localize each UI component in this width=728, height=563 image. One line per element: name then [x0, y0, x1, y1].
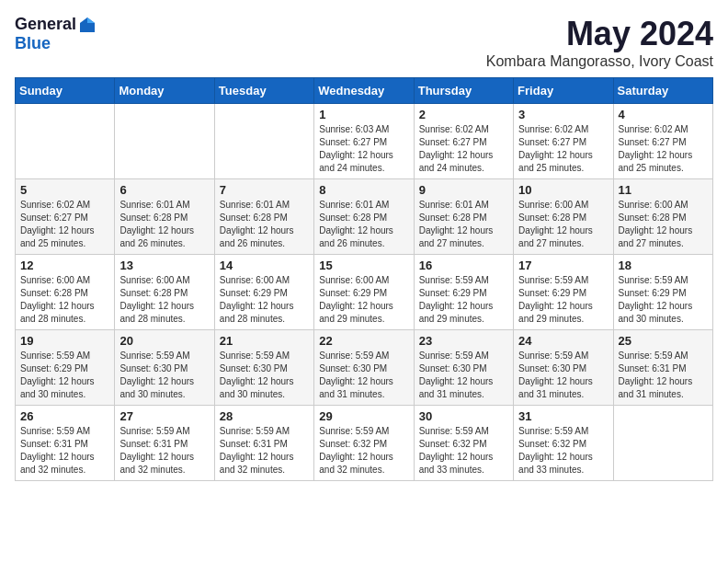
day-number: 31	[518, 409, 608, 423]
day-info: Sunrise: 6:02 AMSunset: 6:27 PMDaylight:…	[619, 123, 708, 175]
day-number: 22	[319, 334, 408, 348]
calendar-cell: 17Sunrise: 5:59 AMSunset: 6:29 PMDayligh…	[514, 255, 613, 330]
calendar-cell: 29Sunrise: 5:59 AMSunset: 6:32 PMDayligh…	[314, 406, 414, 481]
day-number: 9	[419, 183, 508, 197]
day-number: 25	[619, 334, 708, 348]
logo-icon	[78, 16, 97, 34]
day-info: Sunrise: 5:59 AMSunset: 6:31 PMDaylight:…	[220, 425, 309, 477]
month-title: May 2024	[486, 15, 713, 53]
day-number: 13	[119, 259, 209, 272]
weekday-header-row: SundayMondayTuesdayWednesdayThursdayFrid…	[16, 78, 713, 104]
calendar-cell: 1Sunrise: 6:03 AMSunset: 6:27 PMDaylight…	[314, 104, 414, 179]
calendar-cell: 3Sunrise: 6:02 AMSunset: 6:27 PMDaylight…	[514, 104, 613, 179]
day-info: Sunrise: 6:00 AMSunset: 6:28 PMDaylight:…	[119, 274, 209, 326]
weekday-header: Monday	[115, 78, 214, 104]
calendar-cell: 18Sunrise: 5:59 AMSunset: 6:29 PMDayligh…	[613, 255, 712, 330]
calendar-cell: 12Sunrise: 6:00 AMSunset: 6:28 PMDayligh…	[16, 255, 115, 330]
calendar-cell: 14Sunrise: 6:00 AMSunset: 6:29 PMDayligh…	[214, 255, 313, 330]
day-info: Sunrise: 6:00 AMSunset: 6:28 PMDaylight:…	[518, 199, 608, 250]
calendar-cell: 11Sunrise: 6:00 AMSunset: 6:28 PMDayligh…	[613, 179, 712, 255]
calendar-week-row: 12Sunrise: 6:00 AMSunset: 6:28 PMDayligh…	[16, 255, 713, 330]
day-number: 28	[220, 409, 309, 423]
calendar-cell	[613, 406, 712, 481]
calendar-cell: 22Sunrise: 5:59 AMSunset: 6:30 PMDayligh…	[314, 330, 414, 406]
day-info: Sunrise: 5:59 AMSunset: 6:30 PMDaylight:…	[319, 350, 408, 401]
calendar-cell: 30Sunrise: 5:59 AMSunset: 6:32 PMDayligh…	[414, 406, 513, 481]
day-info: Sunrise: 6:02 AMSunset: 6:27 PMDaylight:…	[20, 199, 109, 250]
day-number: 7	[220, 183, 309, 197]
day-info: Sunrise: 5:59 AMSunset: 6:32 PMDaylight:…	[319, 425, 408, 477]
location-title: Kombara Mangorasso, Ivory Coast	[486, 53, 713, 70]
weekday-header: Thursday	[414, 78, 513, 104]
weekday-header: Friday	[514, 78, 613, 104]
day-number: 18	[619, 259, 708, 272]
calendar-cell: 28Sunrise: 5:59 AMSunset: 6:31 PMDayligh…	[214, 406, 313, 481]
logo: General Blue	[15, 15, 97, 53]
logo-blue-text: Blue	[15, 34, 51, 53]
calendar-cell: 31Sunrise: 5:59 AMSunset: 6:32 PMDayligh…	[514, 406, 613, 481]
calendar-cell: 27Sunrise: 5:59 AMSunset: 6:31 PMDayligh…	[115, 406, 214, 481]
weekday-header: Wednesday	[314, 78, 414, 104]
day-number: 12	[20, 259, 109, 272]
weekday-header: Saturday	[613, 78, 712, 104]
day-info: Sunrise: 6:00 AMSunset: 6:28 PMDaylight:…	[20, 274, 109, 326]
day-number: 6	[119, 183, 209, 197]
day-number: 10	[518, 183, 608, 197]
day-info: Sunrise: 5:59 AMSunset: 6:29 PMDaylight:…	[20, 350, 109, 401]
day-number: 17	[518, 259, 608, 272]
day-info: Sunrise: 6:01 AMSunset: 6:28 PMDaylight:…	[319, 199, 408, 250]
calendar-cell: 10Sunrise: 6:00 AMSunset: 6:28 PMDayligh…	[514, 179, 613, 255]
day-info: Sunrise: 5:59 AMSunset: 6:30 PMDaylight:…	[220, 350, 309, 401]
calendar-cell: 24Sunrise: 5:59 AMSunset: 6:30 PMDayligh…	[514, 330, 613, 406]
day-number: 23	[419, 334, 508, 348]
day-number: 2	[419, 108, 508, 121]
calendar-cell: 7Sunrise: 6:01 AMSunset: 6:28 PMDaylight…	[214, 179, 313, 255]
day-number: 16	[419, 259, 508, 272]
day-number: 5	[20, 183, 109, 197]
calendar-cell: 16Sunrise: 5:59 AMSunset: 6:29 PMDayligh…	[414, 255, 513, 330]
day-info: Sunrise: 5:59 AMSunset: 6:31 PMDaylight:…	[619, 350, 708, 401]
day-info: Sunrise: 5:59 AMSunset: 6:29 PMDaylight:…	[419, 274, 508, 326]
calendar-week-row: 26Sunrise: 5:59 AMSunset: 6:31 PMDayligh…	[16, 406, 713, 481]
day-info: Sunrise: 6:00 AMSunset: 6:28 PMDaylight:…	[619, 199, 708, 250]
day-number: 15	[319, 259, 408, 272]
page-header: General Blue May 2024 Kombara Mangorasso…	[15, 15, 713, 70]
day-info: Sunrise: 6:03 AMSunset: 6:27 PMDaylight:…	[319, 123, 408, 175]
day-info: Sunrise: 5:59 AMSunset: 6:32 PMDaylight:…	[419, 425, 508, 477]
calendar-cell: 9Sunrise: 6:01 AMSunset: 6:28 PMDaylight…	[414, 179, 513, 255]
day-info: Sunrise: 6:01 AMSunset: 6:28 PMDaylight:…	[119, 199, 209, 250]
calendar-cell: 5Sunrise: 6:02 AMSunset: 6:27 PMDaylight…	[16, 179, 115, 255]
calendar-cell: 25Sunrise: 5:59 AMSunset: 6:31 PMDayligh…	[613, 330, 712, 406]
weekday-header: Sunday	[16, 78, 115, 104]
calendar-cell: 13Sunrise: 6:00 AMSunset: 6:28 PMDayligh…	[115, 255, 214, 330]
day-info: Sunrise: 6:01 AMSunset: 6:28 PMDaylight:…	[220, 199, 309, 250]
day-number: 20	[119, 334, 209, 348]
title-section: May 2024 Kombara Mangorasso, Ivory Coast	[486, 15, 713, 70]
logo-general-text: General	[15, 15, 76, 34]
day-number: 21	[220, 334, 309, 348]
day-number: 27	[119, 409, 209, 423]
day-info: Sunrise: 6:01 AMSunset: 6:28 PMDaylight:…	[419, 199, 508, 250]
calendar-cell: 6Sunrise: 6:01 AMSunset: 6:28 PMDaylight…	[115, 179, 214, 255]
calendar-table: SundayMondayTuesdayWednesdayThursdayFrid…	[15, 77, 713, 481]
calendar-cell: 23Sunrise: 5:59 AMSunset: 6:30 PMDayligh…	[414, 330, 513, 406]
calendar-week-row: 5Sunrise: 6:02 AMSunset: 6:27 PMDaylight…	[16, 179, 713, 255]
day-info: Sunrise: 6:02 AMSunset: 6:27 PMDaylight:…	[419, 123, 508, 175]
calendar-cell: 8Sunrise: 6:01 AMSunset: 6:28 PMDaylight…	[314, 179, 414, 255]
calendar-cell: 2Sunrise: 6:02 AMSunset: 6:27 PMDaylight…	[414, 104, 513, 179]
day-number: 24	[518, 334, 608, 348]
calendar-cell	[214, 104, 313, 179]
day-info: Sunrise: 5:59 AMSunset: 6:29 PMDaylight:…	[619, 274, 708, 326]
day-info: Sunrise: 5:59 AMSunset: 6:31 PMDaylight:…	[20, 425, 109, 477]
day-info: Sunrise: 6:00 AMSunset: 6:29 PMDaylight:…	[319, 274, 408, 326]
day-info: Sunrise: 5:59 AMSunset: 6:31 PMDaylight:…	[119, 425, 209, 477]
calendar-cell: 4Sunrise: 6:02 AMSunset: 6:27 PMDaylight…	[613, 104, 712, 179]
svg-marker-1	[87, 17, 95, 23]
day-info: Sunrise: 5:59 AMSunset: 6:29 PMDaylight:…	[518, 274, 608, 326]
day-number: 29	[319, 409, 408, 423]
day-number: 1	[319, 108, 408, 121]
day-info: Sunrise: 5:59 AMSunset: 6:30 PMDaylight:…	[419, 350, 508, 401]
day-info: Sunrise: 5:59 AMSunset: 6:30 PMDaylight:…	[119, 350, 209, 401]
day-number: 3	[518, 108, 608, 121]
calendar-cell: 21Sunrise: 5:59 AMSunset: 6:30 PMDayligh…	[214, 330, 313, 406]
